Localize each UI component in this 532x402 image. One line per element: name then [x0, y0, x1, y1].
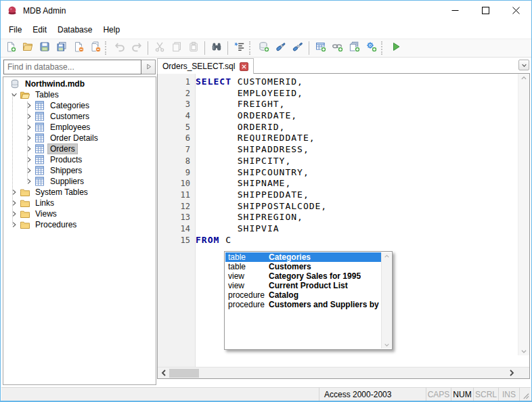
code-lines: 1SELECT CUSTOMERID,2 EMPLOYEEID,3 FREIGH… — [158, 74, 529, 246]
code-line[interactable]: 10 SHIPNAME, — [158, 178, 529, 189]
close-button[interactable] — [501, 1, 531, 21]
code-line[interactable]: 13 SHIPREGION, — [158, 212, 529, 223]
format-sql-button[interactable] — [231, 40, 248, 56]
scroll-up-icon[interactable] — [518, 75, 529, 81]
close-all-button[interactable] — [87, 40, 104, 56]
autocomplete-item-customers[interactable]: tableCustomers — [225, 262, 381, 271]
menu-edit[interactable]: Edit — [27, 22, 52, 37]
chevron-right-icon[interactable] — [9, 187, 19, 197]
horizontal-scrollbar[interactable] — [158, 367, 529, 378]
new-database-button[interactable] — [255, 40, 272, 56]
chevron-right-icon[interactable] — [24, 166, 34, 175]
item-name: Current Product List — [269, 281, 348, 290]
tree-item-views[interactable]: Views — [3, 208, 156, 219]
resize-grip[interactable] — [520, 388, 531, 401]
scroll-right-icon[interactable] — [508, 368, 516, 380]
execute-button[interactable] — [387, 40, 404, 56]
copy-button[interactable] — [168, 40, 185, 56]
search-go-button[interactable] — [141, 60, 156, 74]
autocomplete-item-catalog[interactable]: procedureCatalog — [225, 290, 381, 300]
code-line[interactable]: 11 SHIPPEDDATE, — [158, 189, 529, 201]
code-line[interactable]: 6 REQUIREDDATE, — [158, 133, 529, 144]
tab-list-dropdown-button[interactable] — [518, 60, 529, 70]
tree-item-customers[interactable]: Customers — [3, 111, 156, 122]
maximize-button[interactable] — [470, 1, 501, 21]
code-line[interactable]: 9 SHIPCOUNTRY, — [158, 167, 529, 179]
menu-file[interactable]: File — [3, 22, 27, 37]
code-line[interactable]: 12 SHIPPOSTALCODE, — [158, 201, 529, 213]
save-button[interactable] — [36, 40, 53, 56]
find-icon — [211, 41, 222, 55]
tree-item-shippers[interactable]: Shippers — [3, 165, 156, 176]
line-number: 4 — [158, 110, 196, 122]
save-all-button[interactable] — [53, 40, 70, 56]
tree-item-order-details[interactable]: Order Details — [3, 133, 156, 143]
disconnect-icon — [292, 41, 303, 55]
scroll-down-icon[interactable] — [518, 349, 529, 354]
tree-item-employees[interactable]: Employees — [3, 122, 156, 133]
tab-orders-select-sql[interactable]: Orders_SELECT.sql — [157, 58, 254, 74]
tree-item-orders[interactable]: Orders — [3, 143, 156, 154]
cut-button[interactable] — [151, 40, 168, 56]
chevron-right-icon[interactable] — [24, 133, 34, 143]
code-line[interactable]: 4 ORDERDATE, — [158, 110, 529, 122]
line-number: 6 — [158, 133, 196, 144]
tree-item-suppliers[interactable]: Suppliers — [3, 176, 156, 187]
menu-database[interactable]: Database — [52, 22, 97, 37]
vertical-scrollbar[interactable] — [518, 74, 529, 355]
tree-item-categories[interactable]: Categories — [3, 100, 156, 111]
autocomplete-item-category-sales-for-1995[interactable]: viewCategory Sales for 1995 — [225, 271, 381, 281]
undo-button[interactable] — [111, 40, 128, 56]
tab-close-button[interactable] — [240, 62, 248, 71]
chevron-right-icon[interactable] — [24, 177, 34, 186]
find-button[interactable] — [208, 40, 225, 56]
chevron-right-icon[interactable] — [24, 101, 34, 110]
chevron-down-icon[interactable] — [9, 90, 19, 99]
scroll-down-icon[interactable] — [382, 342, 391, 347]
chevron-right-icon[interactable] — [9, 209, 19, 219]
new-link-button[interactable] — [329, 40, 346, 56]
chevron-right-icon[interactable] — [9, 220, 19, 229]
chevron-right-icon[interactable] — [24, 112, 34, 121]
scroll-left-icon[interactable] — [160, 368, 168, 380]
scroll-up-icon[interactable] — [382, 254, 391, 259]
redo-button[interactable] — [128, 40, 145, 56]
tree-item-products[interactable]: Products — [3, 154, 156, 165]
code-line[interactable]: 2 EMPLOYEEID, — [158, 88, 529, 99]
new-procedure-button[interactable] — [363, 40, 380, 56]
search-input[interactable] — [3, 60, 141, 74]
autocomplete-item-current-product-list[interactable]: viewCurrent Product List — [225, 281, 381, 290]
code-line[interactable]: 14 SHIPVIA — [158, 223, 529, 235]
disconnect-button[interactable] — [289, 40, 306, 56]
minimize-button[interactable] — [440, 1, 470, 21]
chevron-right-icon[interactable] — [24, 144, 34, 154]
line-number: 11 — [158, 189, 196, 201]
code-line[interactable]: 8 SHIPCITY, — [158, 156, 529, 167]
open-file-button[interactable] — [19, 40, 36, 56]
code-line[interactable]: 1SELECT CUSTOMERID, — [158, 76, 529, 88]
chevron-right-icon[interactable] — [24, 155, 34, 164]
code-line[interactable]: 3 FREIGHT, — [158, 99, 529, 110]
autocomplete-item-categories[interactable]: tableCategories — [225, 252, 381, 262]
menu-help[interactable]: Help — [97, 22, 125, 37]
new-table-button[interactable] — [312, 40, 329, 56]
tree-item-tables[interactable]: Tables — [3, 89, 156, 100]
tree-item-procedures[interactable]: Procedures — [3, 219, 156, 230]
tree-item-northwind-mdb[interactable]: Northwind.mdb — [3, 79, 156, 89]
scrollbar-thumb[interactable] — [169, 369, 199, 378]
code-line[interactable]: 15FROM C — [158, 235, 529, 246]
new-database-icon — [259, 41, 269, 55]
new-query-button[interactable] — [2, 40, 19, 56]
tree-item-links[interactable]: Links — [3, 198, 156, 208]
chevron-right-icon[interactable] — [24, 122, 34, 132]
connect-button[interactable] — [272, 40, 289, 56]
new-view-button[interactable] — [346, 40, 363, 56]
code-line[interactable]: 7 SHIPADDRESS, — [158, 144, 529, 156]
chevron-right-icon[interactable] — [9, 198, 19, 208]
tree-item-system-tables[interactable]: System Tables — [3, 187, 156, 198]
close-file-button[interactable] — [70, 40, 87, 56]
paste-button[interactable] — [185, 40, 202, 56]
code-line[interactable]: 5 ORDERID, — [158, 122, 529, 133]
autocomplete-item-customers-and-suppliers-by-c[interactable]: procedureCustomers and Suppliers by C — [225, 300, 381, 309]
autocomplete-scrollbar[interactable] — [381, 252, 391, 349]
